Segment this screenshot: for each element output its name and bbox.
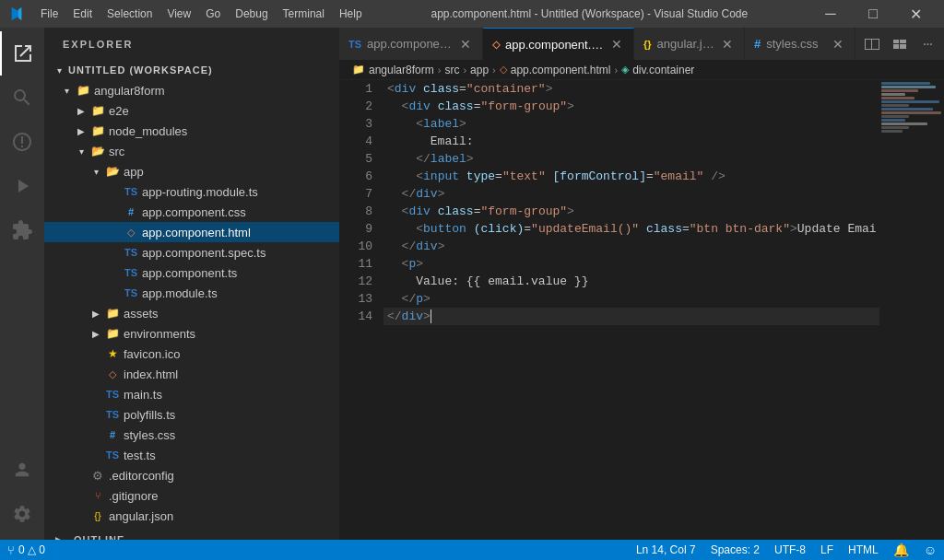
minimap-content: [879, 80, 944, 135]
tree-item-e2e[interactable]: ▶ 📁 e2e: [44, 100, 339, 121]
menu-debug[interactable]: Debug: [228, 4, 275, 24]
tab-close-angular-json[interactable]: ✕: [720, 37, 735, 52]
title-bar: File Edit Selection View Go Debug Termin…: [0, 0, 944, 28]
tree-item-index-html[interactable]: ◇ index.html: [44, 364, 339, 384]
code-line-4[interactable]: Email:: [384, 133, 879, 150]
tree-item-app[interactable]: ▾ 📂 app: [44, 161, 339, 181]
eol-status[interactable]: LF: [813, 540, 841, 560]
more-actions-button[interactable]: ···: [914, 31, 940, 57]
code-line-10[interactable]: </div>: [384, 238, 879, 255]
code-editor[interactable]: 1 2 3 4 5 6 7 8 9 10 11 12 13 14 <div cl…: [339, 80, 944, 540]
ts-icon: TS: [105, 448, 120, 462]
tree-item-app-routing[interactable]: TS app-routing.module.ts: [44, 181, 339, 202]
breadcrumb-class[interactable]: div.container: [632, 64, 694, 76]
code-line-14[interactable]: </div>: [384, 308, 879, 325]
code-line-3[interactable]: <label>: [384, 115, 879, 133]
menu-help[interactable]: Help: [332, 4, 370, 24]
code-line-6[interactable]: <input type="text" [formControl]="email"…: [384, 168, 879, 185]
menu-edit[interactable]: Edit: [65, 4, 100, 24]
encoding-status[interactable]: UTF-8: [767, 540, 813, 560]
breadcrumb-sep-3: ›: [492, 64, 496, 76]
tree-item-angular8form[interactable]: ▾ 📁 angular8form: [44, 80, 339, 100]
tree-item-styles-css[interactable]: # styles.css: [44, 425, 339, 445]
minimize-button[interactable]: ─: [809, 0, 852, 28]
language-status[interactable]: HTML: [841, 540, 886, 560]
code-line-9[interactable]: <button (click)="updateEmail()" class="b…: [384, 220, 879, 238]
tree-item-app-comp-css[interactable]: # app.component.css: [44, 202, 339, 222]
breadcrumb-sep-4: ›: [615, 64, 619, 76]
tree-item-workspace[interactable]: ▾ UNTITLED (WORKSPACE): [44, 60, 339, 80]
spaces-status[interactable]: Spaces: 2: [703, 540, 767, 560]
code-line-5[interactable]: </label>: [384, 150, 879, 168]
tree-item-gitignore[interactable]: ⑂ .gitignore: [44, 485, 339, 506]
tree-item-app-module[interactable]: TS app.module.ts: [44, 283, 339, 303]
close-button[interactable]: ✕: [894, 0, 937, 28]
tree-item-app-comp-spec[interactable]: TS app.component.spec.ts: [44, 242, 339, 262]
no-arrow: [88, 387, 103, 402]
tab-close-styles-css[interactable]: ✕: [831, 37, 845, 52]
tab-app-html[interactable]: ◇ app.component.html ✕: [483, 28, 634, 60]
editor-layout-button[interactable]: [887, 31, 913, 57]
menu-file[interactable]: File: [33, 4, 65, 24]
menu-selection[interactable]: Selection: [100, 4, 159, 24]
tree-item-polyfills[interactable]: TS polyfills.ts: [44, 404, 339, 425]
tab-close-app-html[interactable]: ✕: [609, 37, 624, 52]
no-arrow: [107, 225, 122, 239]
breadcrumb-app[interactable]: app: [470, 64, 489, 76]
tree-item-editorconfig[interactable]: ⚙ .editorconfig: [44, 465, 339, 485]
feedback-status[interactable]: ☺: [916, 540, 944, 560]
folder-icon: 📁: [105, 326, 120, 341]
maximize-button[interactable]: □: [852, 0, 894, 28]
split-editor-button[interactable]: [859, 31, 885, 57]
minimap[interactable]: [879, 80, 944, 540]
menu-go[interactable]: Go: [198, 4, 228, 24]
code-line-2[interactable]: <div class="form-group">: [384, 98, 879, 115]
notifications-status[interactable]: 🔔: [886, 540, 916, 560]
folder-arrow: ▶: [74, 123, 88, 138]
tree-item-assets[interactable]: ▶ 📁 assets: [44, 303, 339, 323]
tab-app-ts[interactable]: TS app.component.ts ✕: [339, 28, 483, 60]
sidebar: EXPLORER ▾ UNTITLED (WORKSPACE) ▾ 📁 angu…: [44, 28, 339, 540]
code-line-12[interactable]: Value: {{ email.value }}: [384, 273, 879, 290]
tree-item-main-ts[interactable]: TS main.ts: [44, 384, 339, 404]
tab-angular-json[interactable]: {} angular.json ✕: [634, 28, 745, 60]
tree-item-environments[interactable]: ▶ 📁 environments: [44, 323, 339, 344]
git-status[interactable]: ⑂ 0 △ 0: [0, 540, 53, 560]
code-line-7[interactable]: </div>: [384, 185, 879, 203]
tree-item-favicon[interactable]: ★ favicon.ico: [44, 344, 339, 364]
position-status[interactable]: Ln 14, Col 7: [629, 540, 703, 560]
css-tab-icon: #: [754, 37, 761, 51]
breadcrumb-src[interactable]: src: [444, 64, 459, 76]
code-line-1[interactable]: <div class="container">: [384, 80, 879, 98]
source-control-activity-icon[interactable]: [0, 120, 44, 164]
debug-activity-icon[interactable]: [0, 164, 44, 208]
tree-item-app-comp-ts[interactable]: TS app.component.ts: [44, 262, 339, 283]
tree-item-app-comp-html[interactable]: ◇ app.component.html: [44, 222, 339, 242]
tree-item-src[interactable]: ▾ 📂 src: [44, 141, 339, 161]
menu-view[interactable]: View: [159, 4, 198, 24]
index-html-label: index.html: [124, 368, 339, 381]
tab-close-app-ts[interactable]: ✕: [458, 37, 473, 52]
extensions-activity-icon[interactable]: [0, 208, 44, 252]
tree-item-angular-json[interactable]: {} angular.json: [44, 506, 339, 526]
accounts-activity-icon[interactable]: [0, 448, 44, 492]
breadcrumb-angular8form[interactable]: angular8form: [369, 64, 434, 76]
tab-styles-css[interactable]: # styles.css ✕: [745, 28, 856, 60]
search-activity-icon[interactable]: [0, 76, 44, 120]
workspace-label: UNTITLED (WORKSPACE): [68, 64, 339, 76]
outline-section[interactable]: ▶ OUTLINE: [44, 530, 339, 540]
tree-item-test-ts[interactable]: TS test.ts: [44, 445, 339, 465]
tree-item-node-modules[interactable]: ▶ 📁 node_modules: [44, 121, 339, 141]
code-content[interactable]: <div class="container"> <div class="form…: [384, 80, 879, 540]
code-line-8[interactable]: <div class="form-group">: [384, 203, 879, 220]
sidebar-content[interactable]: ▾ UNTITLED (WORKSPACE) ▾ 📁 angular8form …: [44, 60, 339, 540]
explorer-activity-icon[interactable]: [0, 31, 44, 76]
code-line-13[interactable]: </p>: [384, 290, 879, 308]
settings-activity-icon[interactable]: [0, 492, 44, 536]
assets-label: assets: [124, 307, 339, 321]
breadcrumb-class-icon: ◈: [621, 64, 629, 76]
menu-terminal[interactable]: Terminal: [276, 4, 332, 24]
code-line-11[interactable]: <p>: [384, 255, 879, 273]
spaces-label: Spaces: 2: [711, 543, 760, 556]
breadcrumb-html-file[interactable]: app.component.html: [511, 64, 611, 76]
